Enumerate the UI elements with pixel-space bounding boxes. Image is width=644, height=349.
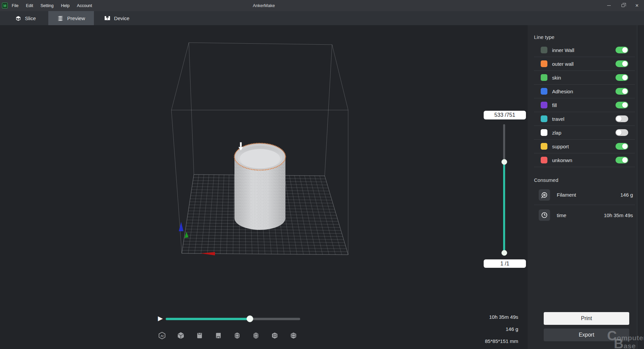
consumed-time-row: time 10h 35m 49s [534, 205, 635, 225]
menu-account[interactable]: Account [76, 3, 93, 9]
ankermake-logo-icon: M [2, 3, 8, 8]
adhesion-toggle[interactable] [615, 88, 628, 95]
filament-value: 146 g [620, 192, 633, 198]
tabbar: Slice Preview Device [0, 11, 644, 25]
tab-slice[interactable]: Slice [3, 11, 48, 25]
line-type-label: skin [552, 75, 615, 81]
layer-slider-range[interactable] [503, 162, 505, 253]
consumed-filament-row: Filament 146 g [534, 185, 635, 205]
line-type-row-zlap: zlap [534, 126, 635, 140]
right-face-view-icon[interactable] [252, 332, 260, 340]
layer-slider-lower-handle[interactable] [501, 250, 507, 256]
ai-view-icon[interactable]: AI [158, 332, 166, 340]
line-type-row-unknown: unkonwn [534, 153, 635, 167]
outer-wall-toggle[interactable] [615, 60, 628, 67]
front-view-icon[interactable] [196, 332, 204, 340]
unknown-toggle[interactable] [615, 157, 628, 163]
titlebar: M File Edit Setting Help Account AnkerMa… [0, 0, 644, 11]
fill-toggle[interactable] [615, 102, 628, 108]
line-type-label: support [552, 144, 615, 149]
toggle-knob [616, 116, 622, 121]
layer-current-indicator[interactable]: 533 /751 [484, 111, 526, 119]
print-time-value: 10h 35m 49s [485, 311, 518, 323]
tab-device-label: Device [114, 15, 129, 21]
line-type-row-fill: fill [534, 98, 635, 112]
minimize-button[interactable] [602, 0, 616, 11]
left-face-view-icon[interactable] [233, 332, 241, 340]
toggle-knob [622, 75, 628, 80]
back-view-icon[interactable] [214, 332, 222, 340]
line-type-label: fill [552, 102, 615, 108]
travel-swatch [541, 115, 547, 122]
toggle-knob [622, 157, 628, 163]
menu-file[interactable]: File [11, 3, 19, 9]
skin-swatch [541, 74, 547, 81]
play-button[interactable]: ▶ [156, 314, 164, 323]
model-cylinder[interactable] [234, 142, 285, 230]
tab-preview[interactable]: Preview [48, 11, 94, 25]
skin-toggle[interactable] [615, 74, 628, 81]
consumed-title: Consumed [534, 177, 644, 183]
layer-min-indicator[interactable]: 1 /1 [484, 259, 526, 268]
time-label: time [557, 212, 604, 218]
bottom-face-view-icon[interactable] [289, 332, 298, 340]
line-type-label: outer wall [552, 61, 615, 67]
tab-device[interactable]: Device [94, 11, 140, 25]
support-toggle[interactable] [615, 143, 628, 150]
menu-help[interactable]: Help [60, 3, 70, 9]
print-stats: 10h 35m 49s 146 g 85*85*151 mm [485, 311, 518, 347]
menu-edit[interactable]: Edit [25, 3, 34, 9]
layer-slider-upper-handle[interactable] [501, 159, 507, 165]
menubar: File Edit Setting Help Account [11, 0, 93, 11]
layer-slider-track[interactable] [503, 124, 505, 164]
layers-icon [57, 15, 64, 21]
inner-wall-toggle[interactable] [615, 47, 628, 53]
filament-label: Filament [557, 192, 620, 198]
line-type-row-outer-wall: outer wall [534, 57, 635, 71]
toggle-knob [622, 61, 628, 66]
printer-icon [104, 15, 111, 21]
toggle-knob [616, 130, 622, 135]
fill-swatch [541, 102, 547, 108]
sidebar-scrollbar-gutter[interactable] [637, 25, 644, 349]
window-controls: ✕ [602, 0, 644, 11]
line-type-row-support: support [534, 140, 635, 153]
zlap-toggle[interactable] [615, 129, 628, 136]
restore-button[interactable] [616, 0, 630, 11]
model-dimensions-value: 85*85*151 mm [485, 335, 518, 347]
time-value: 10h 35m 49s [604, 212, 633, 218]
iso-view-icon[interactable] [177, 332, 185, 340]
line-type-row-skin: skin [534, 71, 635, 85]
toggle-knob [622, 102, 628, 108]
line-type-title: Line type [534, 34, 644, 40]
adhesion-swatch [541, 88, 547, 95]
top-face-view-icon[interactable] [271, 332, 279, 340]
clock-icon [539, 209, 550, 221]
path-progress-fill [166, 318, 250, 320]
close-icon: ✕ [635, 3, 639, 8]
export-button[interactable]: Export [544, 329, 629, 341]
path-progress-slider[interactable] [166, 318, 300, 320]
print-button[interactable]: Print [544, 312, 629, 325]
cube-icon [15, 15, 21, 21]
tab-slice-label: Slice [25, 15, 36, 21]
menu-setting[interactable]: Setting [40, 3, 54, 9]
close-button[interactable]: ✕ [630, 0, 644, 11]
restore-icon [622, 4, 625, 7]
line-type-row-adhesion: Adhesion [534, 85, 635, 98]
line-type-row-inner-wall: inner Wall [534, 43, 635, 57]
support-swatch [541, 143, 547, 150]
travel-toggle[interactable] [615, 115, 628, 122]
line-type-label: inner Wall [552, 47, 615, 53]
toggle-knob [622, 89, 628, 94]
line-type-label: Adhesion [552, 89, 615, 94]
view-preset-toolbar: AI [158, 332, 298, 340]
filament-spool-icon [539, 189, 550, 201]
toggle-knob [622, 144, 628, 149]
unknown-swatch [541, 157, 547, 163]
preview-3d-viewport[interactable]: 533 /751 1 /1 ▶ AI [0, 25, 528, 349]
line-type-label: zlap [552, 130, 615, 136]
line-type-row-travel: travel [534, 112, 635, 126]
minimize-icon [607, 5, 611, 6]
path-progress-handle[interactable] [247, 315, 253, 322]
